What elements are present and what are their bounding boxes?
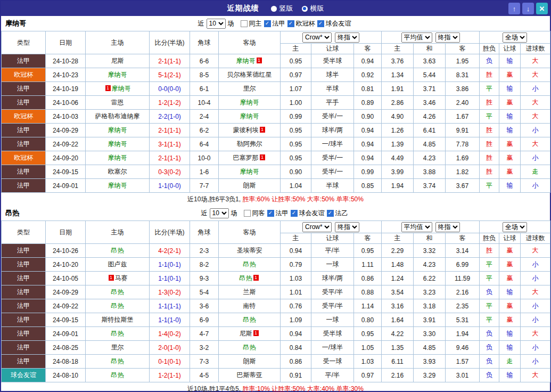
result-outcome: 平	[480, 272, 499, 285]
section-team-1: 昂热 近 10 场 同客✓法甲✓球会友谊✓法乙 类型日期主场比分(半场)角球客场…	[1, 206, 550, 392]
filter-checkbox-item[interactable]: ✓欧冠杯	[287, 19, 315, 28]
radio-label[interactable]: 竖版	[279, 4, 293, 13]
radio-label[interactable]: 横版	[310, 4, 324, 13]
radio-vertical-layout[interactable]: 竖版	[271, 4, 293, 13]
result-goals: 大	[521, 110, 550, 124]
checkbox-icon[interactable]: ✓	[291, 210, 298, 217]
away-team: 朗斯	[219, 179, 281, 193]
close-icon[interactable]: ✕	[536, 3, 548, 14]
home-odds: 1.04	[281, 179, 311, 193]
result-handicap: 赢	[499, 258, 521, 272]
checkbox-icon[interactable]: ✓	[267, 210, 274, 217]
checkbox-icon[interactable]	[244, 210, 251, 217]
scroll-up-button[interactable]: ↑	[508, 3, 520, 14]
filter-checkbox-item[interactable]: ✓球会友谊	[317, 19, 351, 28]
avg-draw-odds: 4.23	[414, 258, 446, 272]
home-odds: 0.95	[281, 54, 311, 68]
recent-count-select[interactable]: 10	[207, 19, 226, 29]
recent-count-select[interactable]: 10	[210, 208, 229, 218]
scroll-down-button[interactable]: ↓	[522, 3, 534, 14]
match-date: 24-09-15	[46, 165, 86, 179]
home-team: 里尔	[86, 341, 150, 355]
column-header: 主	[382, 233, 414, 244]
checkbox-icon[interactable]: ✓	[317, 20, 324, 27]
home-odds: 1.09	[281, 313, 311, 327]
avg-home-odds: 1.48	[382, 258, 414, 272]
result-handicap: 输	[499, 341, 521, 355]
column-header: 客	[446, 44, 480, 54]
checkbox-icon[interactable]: ✓	[327, 210, 334, 217]
red-card-badge: 1	[260, 127, 265, 133]
result-handicap: 输	[499, 82, 521, 96]
home-odds: 1.01	[281, 285, 311, 299]
column-header: 比分(半场)	[150, 221, 190, 244]
match-score: 1-4(0-2)	[150, 327, 190, 341]
home-odds: 0.90	[281, 165, 311, 179]
home-team: 图卢兹	[86, 258, 150, 272]
result-goals: 大	[521, 369, 550, 382]
match-date: 24-08-18	[46, 355, 86, 369]
odds-view-select[interactable]: 终指	[435, 32, 460, 43]
handicap: 球半	[311, 68, 354, 82]
odds-view-select[interactable]: 平均值	[401, 32, 432, 43]
team-name-text: 昂热	[111, 302, 124, 309]
odds-view-select[interactable]: 终指	[435, 222, 460, 232]
avg-away-odds: 2.16	[446, 285, 480, 299]
team-name-text: 昂热	[243, 260, 256, 268]
checkbox-icon[interactable]: ✓	[264, 20, 271, 27]
filter-checkbox-item[interactable]: ✓球会友谊	[291, 209, 325, 218]
filter-checkbox-item[interactable]: ✓法甲	[267, 209, 289, 218]
avg-home-odds: 3.99	[382, 165, 414, 179]
odds-view-select[interactable]: 终指	[335, 222, 359, 232]
column-header: 让球	[311, 44, 354, 54]
radio-icon[interactable]	[302, 6, 308, 12]
column-header: 角球	[190, 31, 219, 54]
odds-view-select[interactable]: 全场	[503, 222, 527, 232]
filter-checkbox-item[interactable]: ✓法乙	[327, 209, 348, 218]
match-row: 法甲24-10-051马赛1-1(0-1)9-3昂热11.03球半/两0.861…	[2, 272, 550, 285]
avg-draw-odds: 5.44	[414, 68, 446, 82]
match-row: 欧冠杯24-10-23摩纳哥5-1(2-1)8-5贝尔格莱德红星0.97球半0.…	[2, 68, 550, 82]
corner-score: 4-5	[190, 369, 219, 382]
odds-view-select[interactable]: Crow*	[302, 32, 332, 43]
league-type-badge: 法甲	[2, 54, 46, 68]
away-team: 尼斯1	[219, 327, 281, 341]
avg-home-odds: 1.91	[382, 82, 414, 96]
avg-draw-odds: 3.88	[414, 165, 446, 179]
match-date: 24-10-23	[46, 68, 86, 82]
odds-view-select[interactable]: Crow*	[302, 222, 332, 232]
avg-draw-odds: 6.41	[414, 124, 446, 137]
checkbox-icon[interactable]: ✓	[287, 20, 294, 27]
away-odds: 0.90	[354, 110, 382, 124]
result-goals: 小	[521, 272, 550, 285]
dropdown-header-cell: 平均值终指	[382, 31, 480, 44]
team-name-text: 里尔	[243, 85, 256, 92]
avg-draw-odds: 3.74	[414, 179, 446, 193]
checkbox-icon[interactable]	[241, 20, 248, 27]
team-name-text: 摩纳哥	[108, 71, 127, 78]
result-outcome: 平	[480, 82, 499, 96]
avg-home-odds: 3.76	[382, 54, 414, 68]
away-odds: 0.97	[354, 369, 382, 382]
odds-view-select[interactable]: 终指	[335, 32, 359, 43]
team-name-text: 昂热	[111, 288, 124, 296]
team-name-text: 摩纳哥	[240, 168, 259, 175]
home-odds: 0.79	[281, 258, 311, 272]
home-team: 萨格勒布迪纳摩	[86, 110, 150, 124]
away-team: 朗斯	[219, 355, 281, 369]
result-handicap: 走	[499, 355, 521, 369]
matches-table: 类型日期主场比分(半场)角球客场Crow*终指平均值终指全场主让球客主和客胜负让…	[1, 220, 550, 382]
filter-checkbox-item[interactable]: ✓法甲	[264, 19, 285, 28]
radio-horizontal-layout[interactable]: 横版	[302, 4, 324, 13]
odds-view-select[interactable]: 全场	[503, 32, 527, 43]
away-team: 昂热1	[219, 272, 281, 285]
match-row: 法甲24-09-22昂热1-1(1-1)3-6南特0.76受平/半1.143.1…	[2, 299, 550, 313]
filter-checkbox-item[interactable]: 同主	[241, 19, 262, 28]
column-header: 客	[446, 233, 480, 244]
radio-icon[interactable]	[271, 6, 277, 12]
match-score: 1-1(1-1)	[150, 299, 190, 313]
match-date: 24-09-22	[46, 137, 86, 151]
team-name-text: 雷恩	[111, 99, 124, 106]
filter-checkbox-item[interactable]: 同客	[244, 209, 265, 218]
odds-view-select[interactable]: 平均值	[401, 222, 432, 232]
